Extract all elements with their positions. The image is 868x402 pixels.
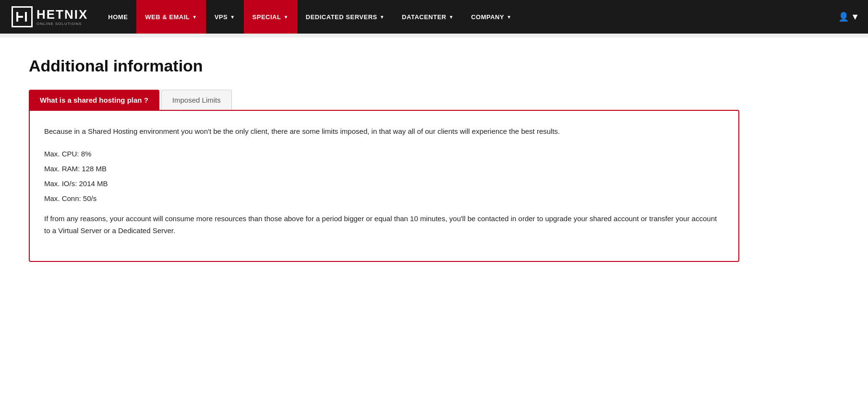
nav-sub-bar <box>0 34 868 37</box>
navbar: HETNIX ONLINE SOLUTIONS HOME WEB & EMAIL… <box>0 0 868 34</box>
main-content: Additional information What is a shared … <box>0 37 768 281</box>
brand-name: HETNIX <box>36 7 88 22</box>
spec-conn: Max. Conn: 50/s <box>44 192 724 205</box>
spec-io: Max. IO/s: 2014 MB <box>44 177 724 190</box>
nav-items: HOME WEB & EMAIL ▼ VPS ▼ SPECIAL ▼ DEDIC… <box>99 0 868 34</box>
specs-list: Max. CPU: 8% Max. RAM: 128 MB Max. IO/s:… <box>44 147 724 205</box>
content-paragraph-2: If from any reasons, your account will c… <box>44 213 724 237</box>
user-menu[interactable]: 👤 ▼ <box>830 0 868 34</box>
tabs-container: What is a shared hosting plan ? Imposed … <box>29 90 739 110</box>
chevron-down-icon: ▼ <box>506 14 511 20</box>
logo-area[interactable]: HETNIX ONLINE SOLUTIONS <box>0 0 99 34</box>
chevron-down-icon: ▼ <box>380 14 385 20</box>
spec-cpu: Max. CPU: 8% <box>44 147 724 160</box>
chevron-down-icon: ▼ <box>449 14 454 20</box>
spec-ram: Max. RAM: 128 MB <box>44 162 724 175</box>
chevron-down-icon: ▼ <box>283 14 288 20</box>
content-box: Because in a Shared Hosting environment … <box>29 110 739 262</box>
svg-rect-1 <box>16 16 23 18</box>
svg-rect-2 <box>25 12 27 22</box>
nav-item-company[interactable]: COMPANY ▼ <box>462 0 520 34</box>
brand-sub: ONLINE SOLUTIONS <box>36 22 88 26</box>
nav-item-vps[interactable]: VPS ▼ <box>206 0 244 34</box>
nav-item-datacenter[interactable]: DATACENTER ▼ <box>393 0 462 34</box>
nav-item-special[interactable]: SPECIAL ▼ <box>244 0 297 34</box>
nav-item-dedicated-servers[interactable]: DEDICATED SERVERS ▼ <box>297 0 393 34</box>
logo-icon <box>12 6 33 27</box>
user-icon: 👤 <box>838 12 849 22</box>
chevron-down-icon: ▼ <box>230 14 235 20</box>
tab-shared-hosting[interactable]: What is a shared hosting plan ? <box>29 90 159 110</box>
chevron-down-icon: ▼ <box>192 14 197 20</box>
content-paragraph-1: Because in a Shared Hosting environment … <box>44 125 724 138</box>
nav-item-web-email[interactable]: WEB & EMAIL ▼ <box>136 0 205 34</box>
page-title: Additional information <box>29 57 739 75</box>
tab-imposed-limits[interactable]: Imposed Limits <box>161 90 232 110</box>
nav-item-home[interactable]: HOME <box>99 0 136 34</box>
chevron-down-icon: ▼ <box>851 12 859 22</box>
